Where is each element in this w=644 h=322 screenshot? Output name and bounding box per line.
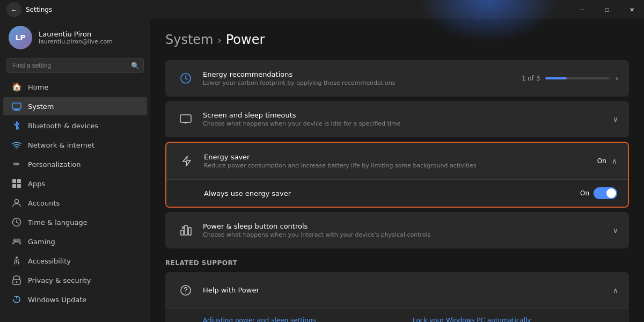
sidebar-item-gaming-label: Gaming [28,238,55,246]
energy-recommendations-card: Energy recommendations Lower your carbon… [165,60,629,97]
sidebar-item-privacy[interactable]: Privacy & security [3,271,147,289]
user-email: laurentiu.piron@live.com [39,38,113,45]
help-header-row[interactable]: Help with Power ∧ [165,272,629,309]
content-area: LP Laurentiu Piron laurentiu.piron@live.… [0,19,644,322]
breadcrumb-separator: › [218,34,222,46]
help-link-1[interactable]: Adjusting power and sleep settings [203,317,408,322]
screen-sleep-card: Screen and sleep timeouts Choose what ha… [165,101,629,137]
sidebar-item-accessibility-label: Accessibility [28,257,71,265]
screen-sleep-right: ∨ [613,115,618,123]
breadcrumb: System › Power [165,32,629,47]
system-icon [12,101,21,111]
back-icon: ← [11,6,18,14]
user-info: Laurentiu Piron laurentiu.piron@live.com [39,30,113,45]
sidebar-item-system[interactable]: System [3,97,147,115]
search-input[interactable] [6,58,144,73]
personalization-icon: ✏️ [12,159,21,169]
svg-rect-5 [17,179,21,183]
svg-point-3 [16,148,17,149]
svg-point-10 [16,257,18,259]
sidebar-item-time[interactable]: Time & language [3,213,147,231]
energy-saver-sub-row: Always use energy saver On [166,180,628,207]
svg-rect-1 [14,109,19,110]
sidebar-item-bluetooth[interactable]: Bluetooth & devices [3,116,147,135]
sidebar-item-accessibility[interactable]: Accessibility [3,252,147,270]
help-link-2[interactable]: Lock your Windows PC automatically [413,317,618,322]
sidebar-item-privacy-label: Privacy & security [28,276,91,284]
svg-rect-18 [185,225,187,235]
screen-sleep-icon [176,109,195,129]
energy-saver-icon [177,151,196,171]
svg-rect-17 [181,230,184,235]
energy-saver-desc: Reduce power consumption and increase ba… [204,162,597,169]
energy-rec-desc: Lower your carbon footprint by applying … [203,79,522,86]
network-icon [12,140,21,150]
avatar-inner: LP [9,26,32,49]
energy-saver-toggle[interactable] [594,187,617,199]
svg-point-21 [185,292,186,294]
time-icon [12,217,21,227]
help-chevron-icon: ∧ [613,286,618,295]
home-icon: 🏠 [12,82,21,92]
bluetooth-icon [12,121,21,130]
svg-rect-2 [13,110,20,111]
help-title: Help with Power [203,286,613,294]
svg-point-12 [16,281,18,283]
svg-rect-6 [12,184,16,188]
energy-saver-right: On ∧ [597,157,617,165]
sidebar-item-network[interactable]: Network & internet [3,136,147,154]
power-sleep-btn-title: Power & sleep button controls [203,222,613,230]
screen-sleep-row[interactable]: Screen and sleep timeouts Choose what ha… [165,101,629,137]
sidebar-item-gaming[interactable]: 🎮 Gaming [3,232,147,251]
sidebar-item-apps[interactable]: Apps [3,174,147,193]
sidebar-item-update[interactable]: Windows Update [3,290,147,309]
close-button[interactable]: ✕ [619,0,644,19]
sidebar-item-network-label: Network & internet [28,141,94,149]
sidebar-item-bluetooth-label: Bluetooth & devices [28,122,98,130]
energy-saver-chevron-icon: ∧ [612,157,617,165]
help-text: Help with Power [203,286,613,295]
accessibility-icon [12,256,21,266]
sidebar-item-home[interactable]: 🏠 Home [3,78,147,96]
related-support-label: Related support [165,259,629,267]
settings-window: ← Settings ─ □ ✕ LP Laurentiu Piron laur [0,0,644,322]
screen-sleep-desc: Choose what happens when your device is … [203,120,613,127]
always-use-label: Always use energy saver [204,189,580,197]
sidebar-item-accounts[interactable]: Accounts [3,194,147,212]
power-sleep-btn-row[interactable]: Power & sleep button controls Choose wha… [165,212,629,248]
help-links-section: Adjusting power and sleep settings Lock … [165,309,629,322]
energy-saver-status: On [597,157,606,165]
energy-recommendations-row[interactable]: Energy recommendations Lower your carbon… [165,60,629,97]
help-card: Help with Power ∧ Adjusting power and sl… [165,272,629,322]
maximize-button[interactable]: □ [595,0,619,19]
help-icon [176,281,195,300]
energy-rec-text: Energy recommendations Lower your carbon… [203,70,522,86]
gaming-icon: 🎮 [12,237,21,246]
update-icon [12,295,21,304]
accounts-icon [12,198,21,208]
minimize-button[interactable]: ─ [570,0,595,19]
svg-rect-19 [188,228,191,235]
sidebar-item-home-label: Home [28,83,48,91]
back-button[interactable]: ← [6,2,21,17]
power-sleep-btn-chevron-icon: ∨ [613,226,618,235]
power-sleep-btn-text: Power & sleep button controls Choose wha… [203,222,613,238]
svg-rect-0 [12,103,21,109]
sidebar-item-system-label: System [28,103,54,111]
energy-rec-progress-text: 1 of 3 [522,75,540,82]
power-btn-icon [176,221,195,240]
avatar-initials: LP [15,33,25,42]
toggle-thumb [606,188,616,198]
energy-saver-main-row[interactable]: Energy saver Reduce power consumption an… [166,143,628,180]
privacy-icon [12,275,21,285]
svg-point-8 [15,200,19,203]
main-content: System › Power Energy recommendations Lo [150,19,644,322]
toggle-wrap: On [580,187,617,199]
sidebar-item-personalization[interactable]: ✏️ Personalization [3,155,147,173]
sidebar-item-apps-label: Apps [28,180,45,188]
power-sleep-btn-right: ∨ [613,226,618,235]
sidebar-item-personalization-label: Personalization [28,160,81,169]
energy-saver-text: Energy saver Reduce power consumption an… [204,153,597,169]
screen-sleep-title: Screen and sleep timeouts [203,111,613,119]
breadcrumb-current: Power [226,32,265,47]
